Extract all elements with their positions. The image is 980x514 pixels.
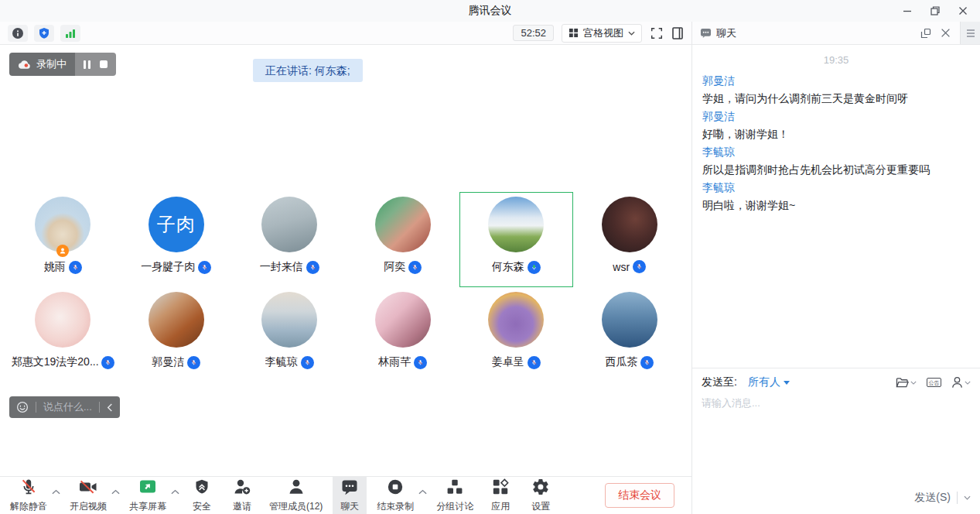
message-text: 所以是指调剂时抢占先机会比初试高分更重要吗: [702, 161, 970, 179]
participant-tile[interactable]: 一封来信: [233, 192, 347, 287]
meeting-info-button[interactable]: [8, 25, 28, 42]
message-sender: 李毓琼: [702, 143, 970, 161]
participant-tile[interactable]: 姚雨: [6, 192, 120, 287]
mic-muted-icon: [19, 478, 38, 499]
participant-tile[interactable]: 阿奕: [347, 192, 460, 287]
participant-tile[interactable]: 林雨芊: [347, 287, 460, 382]
sidebar-panel-icon: [671, 26, 684, 40]
chat-timestamp: 19:35: [702, 54, 970, 66]
restore-button[interactable]: [924, 2, 946, 19]
pause-recording-button[interactable]: [84, 60, 90, 69]
emoji-icon[interactable]: [16, 401, 29, 413]
mic-active-icon: [528, 261, 541, 274]
divider: [36, 402, 36, 413]
participant-avatar: [488, 197, 544, 252]
mic-muted-icon: [101, 356, 114, 369]
message-sender: 李毓琼: [702, 179, 970, 197]
message-sender: 郭曼洁: [702, 108, 970, 125]
toolbar-item-label: 解除静音: [10, 500, 47, 513]
participant-name: 一身腱子肉: [141, 260, 195, 274]
chevron-down-icon: [910, 381, 917, 385]
participant-avatar: [35, 197, 90, 252]
mic-muted-icon: [69, 261, 82, 274]
participant-avatar: [602, 197, 657, 252]
chevron-down-icon: [784, 381, 790, 385]
toolbar-item-manage-members[interactable]: 管理成员(12): [265, 475, 326, 514]
participant-tile[interactable]: 子肉一身腱子肉: [120, 192, 234, 287]
stop-recording-options-chevron[interactable]: [418, 489, 427, 495]
toolbar-item-label: 管理成员(12): [269, 500, 323, 513]
participant-tile[interactable]: 郑惠文19法学20...: [6, 287, 120, 382]
chat-panel-title: 聊天: [716, 26, 736, 40]
toolbar-item-chat[interactable]: 聊天: [333, 475, 367, 514]
view-mode-dropdown[interactable]: 宫格视图: [562, 24, 642, 43]
toolbar-item-stop-recording[interactable]: 结束录制: [373, 475, 418, 514]
send-to-label: 发送至:: [702, 375, 737, 389]
recording-label: 录制中: [36, 57, 67, 71]
mic-muted-icon: [301, 356, 314, 369]
toolbar-item-share-screen[interactable]: 共享屏幕: [125, 475, 170, 514]
host-badge-icon: [56, 245, 69, 257]
share-screen-options-chevron[interactable]: [171, 489, 179, 495]
toolbar-item-invite[interactable]: 邀请: [225, 475, 259, 514]
participant-avatar: [149, 292, 204, 348]
start-video-options-chevron[interactable]: [111, 489, 120, 495]
toolbar-item-breakout-rooms[interactable]: 分组讨论: [432, 475, 477, 514]
toolbar-item-label: 开启视频: [70, 500, 107, 513]
chevron-down-icon: [965, 381, 971, 385]
camera-off-icon: [78, 478, 98, 499]
close-panel-button[interactable]: [941, 28, 951, 38]
bottom-toolbar: 解除静音开启视频共享屏幕安全邀请管理成员(12)聊天结束录制分组讨论应用设置 结…: [0, 476, 691, 514]
toolbar-item-unmute[interactable]: 解除静音: [6, 475, 51, 514]
quick-chat-input[interactable]: 说点什么...: [43, 400, 92, 414]
members-icon: [287, 478, 306, 499]
meeting-timer: 52:52: [513, 25, 554, 41]
signal-bars-icon: [64, 27, 77, 39]
toolbar-item-security[interactable]: 安全: [185, 475, 219, 514]
message-text: 明白啦，谢谢学姐~: [702, 197, 970, 214]
fullscreen-button[interactable]: [650, 26, 664, 40]
participant-tile[interactable]: 李毓琼: [233, 287, 347, 382]
toolbar-item-start-video[interactable]: 开启视频: [66, 475, 111, 514]
view-mode-label: 宫格视图: [583, 26, 623, 40]
participant-tile[interactable]: 西瓜茶: [573, 287, 687, 382]
participant-name: 林雨芊: [378, 355, 411, 369]
minimize-button[interactable]: [896, 2, 918, 19]
participant-name: 郑惠文19法学20...: [12, 355, 98, 369]
send-button[interactable]: 发送(S): [914, 491, 951, 505]
participant-tile[interactable]: 郭曼洁: [120, 287, 234, 382]
participant-tile[interactable]: 何东森: [459, 192, 573, 287]
collapse-left-icon[interactable]: [107, 403, 113, 412]
participant-tile[interactable]: wsr: [573, 192, 687, 287]
participant-avatar: [488, 292, 544, 348]
toolbar-item-label: 邀请: [233, 500, 251, 513]
apps-grid-icon: [491, 478, 510, 499]
close-button[interactable]: [952, 2, 974, 19]
chat-header: 聊天: [692, 22, 980, 45]
message-text: 好嘞，谢谢学姐！: [702, 125, 970, 143]
toolbar-item-apps[interactable]: 应用: [483, 475, 517, 514]
chat-message-input[interactable]: 请输入消息...: [702, 396, 971, 410]
participant-tile[interactable]: 姜卓呈: [459, 287, 573, 382]
end-meeting-button[interactable]: 结束会议: [605, 483, 674, 508]
participant-avatar: [261, 197, 317, 252]
send-options-chevron[interactable]: [964, 495, 971, 500]
private-chat-button[interactable]: [951, 376, 971, 389]
chat-history-button[interactable]: [896, 377, 917, 389]
stop-recording-button[interactable]: [100, 60, 108, 68]
toggle-sidebar-button[interactable]: [671, 26, 684, 40]
speaking-banner: 正在讲话: 何东森;: [253, 59, 363, 82]
meeting-security-button[interactable]: [34, 25, 54, 42]
toolbar-item-settings[interactable]: 设置: [524, 475, 558, 514]
announcement-icon[interactable]: 公告: [927, 378, 941, 387]
toolbar-item-label: 设置: [531, 500, 550, 513]
app-window: 腾讯会议: [0, 0, 980, 514]
meeting-toolbar: 52:52 宫格视图: [0, 22, 691, 45]
popout-panel-button[interactable]: [920, 28, 931, 39]
network-quality-button[interactable]: [60, 25, 80, 42]
participant-avatar: 子肉: [149, 197, 204, 252]
unmute-options-chevron[interactable]: [52, 489, 60, 495]
send-to-dropdown[interactable]: 所有人: [748, 375, 790, 389]
panel-menu-button[interactable]: [960, 22, 980, 44]
message-text: 学姐，请问为什么调剂前三天是黄金时间呀: [702, 90, 970, 108]
